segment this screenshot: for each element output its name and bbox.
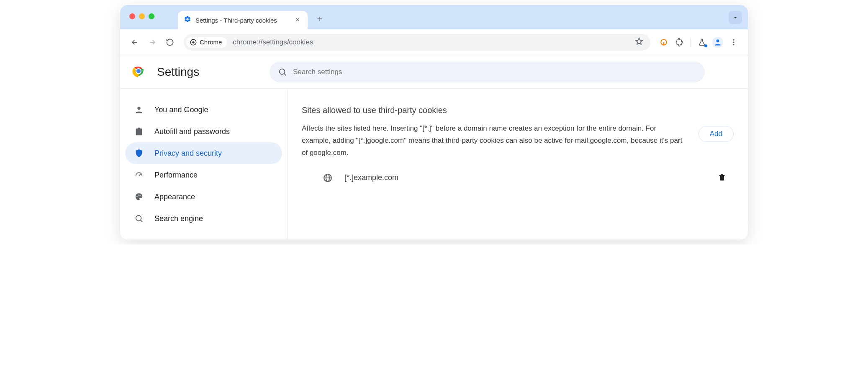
tab-close-button[interactable] <box>293 15 302 25</box>
settings-body: You and Google Autofill and passwords Pr… <box>120 89 748 239</box>
new-tab-button[interactable] <box>313 13 326 25</box>
close-window-button[interactable] <box>129 13 135 19</box>
sidebar-item-autofill[interactable]: Autofill and passwords <box>125 121 282 142</box>
extensions-icon[interactable] <box>672 34 687 50</box>
settings-title: Settings <box>157 65 199 79</box>
svg-point-3 <box>716 39 719 42</box>
section-title: Sites allowed to use third-party cookies <box>302 106 734 115</box>
svg-point-13 <box>136 196 137 197</box>
tab-strip: Settings - Third-party cookies <box>120 5 748 29</box>
sidebar-item-label: Search engine <box>154 214 203 223</box>
minimize-window-button[interactable] <box>139 13 145 19</box>
allowed-site-row: [*.]example.com <box>302 165 734 191</box>
svg-point-1 <box>192 41 194 43</box>
sidebar-item-you-and-google[interactable]: You and Google <box>125 99 282 121</box>
settings-main: Sites allowed to use third-party cookies… <box>288 89 748 239</box>
toolbar: Chrome chrome://settings/cookies <box>120 29 748 55</box>
svg-rect-12 <box>138 128 140 129</box>
gear-icon <box>184 15 191 25</box>
speedometer-icon <box>134 170 144 180</box>
svg-point-8 <box>136 69 140 73</box>
globe-icon <box>323 173 333 183</box>
sidebar-item-label: Privacy and security <box>154 149 222 158</box>
palette-icon <box>134 192 144 201</box>
search-icon <box>134 214 144 223</box>
tab-title: Settings - Third-party cookies <box>195 17 289 24</box>
extension-ovpn-icon[interactable] <box>656 34 671 50</box>
svg-point-5 <box>733 41 734 43</box>
sidebar-item-privacy[interactable]: Privacy and security <box>125 142 282 164</box>
forward-button[interactable] <box>144 34 160 50</box>
address-bar[interactable]: Chrome chrome://settings/cookies <box>184 34 650 51</box>
section-description: Affects the sites listed here. Inserting… <box>302 123 686 159</box>
settings-header: Settings <box>120 55 748 89</box>
svg-point-11 <box>137 107 140 110</box>
chrome-logo-icon <box>132 64 145 80</box>
site-chip-label: Chrome <box>200 39 222 46</box>
avatar-icon <box>712 37 723 48</box>
toolbar-actions <box>656 34 741 50</box>
sidebar-item-appearance[interactable]: Appearance <box>125 186 282 208</box>
sidebar-item-label: Autofill and passwords <box>154 127 230 136</box>
browser-tab[interactable]: Settings - Third-party cookies <box>178 11 308 29</box>
svg-point-14 <box>138 195 139 196</box>
window-controls <box>129 13 154 19</box>
sidebar-item-search-engine[interactable]: Search engine <box>125 208 282 229</box>
trash-icon <box>718 172 726 182</box>
site-pattern: [*.]example.com <box>344 173 706 182</box>
fullscreen-window-button[interactable] <box>149 13 154 19</box>
sidebar-item-label: You and Google <box>154 106 208 114</box>
delete-site-button[interactable] <box>718 172 726 183</box>
sidebar-item-label: Performance <box>154 171 198 180</box>
labs-icon[interactable] <box>694 34 709 50</box>
site-chip[interactable]: Chrome <box>186 37 227 48</box>
url-text: chrome://settings/cookies <box>233 38 313 46</box>
profile-button[interactable] <box>710 34 725 50</box>
search-icon <box>278 67 287 77</box>
clipboard-icon <box>134 127 144 136</box>
settings-search[interactable] <box>270 62 705 82</box>
menu-button[interactable] <box>726 34 741 50</box>
tab-search-button[interactable] <box>729 11 742 24</box>
person-icon <box>134 105 144 114</box>
svg-point-6 <box>733 44 734 45</box>
chrome-chip-icon <box>190 39 197 46</box>
toolbar-divider <box>691 38 691 47</box>
sidebar-item-label: Appearance <box>154 193 195 201</box>
browser-window: Settings - Third-party cookies Chrome <box>120 5 748 239</box>
settings-sidebar: You and Google Autofill and passwords Pr… <box>120 89 288 239</box>
svg-point-16 <box>136 216 141 221</box>
bookmark-star-icon[interactable] <box>634 37 644 48</box>
shield-icon <box>134 149 144 158</box>
back-button[interactable] <box>127 34 143 50</box>
sidebar-item-performance[interactable]: Performance <box>125 164 282 186</box>
svg-point-10 <box>280 69 285 74</box>
settings-search-input[interactable] <box>293 68 696 76</box>
reload-button[interactable] <box>162 34 178 50</box>
svg-point-4 <box>733 39 734 40</box>
svg-point-15 <box>140 195 141 196</box>
add-site-button[interactable]: Add <box>699 126 734 142</box>
